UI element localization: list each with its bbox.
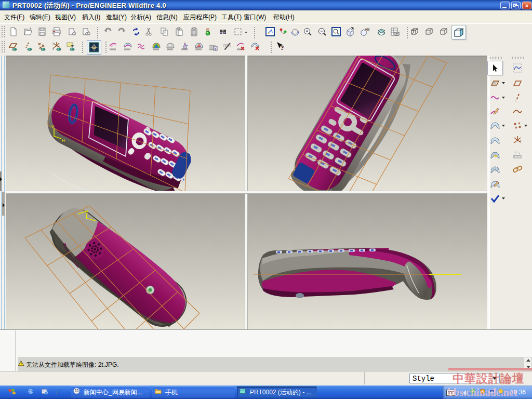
svg-text:V: V (51, 124, 55, 129)
svg-text:?: ? (281, 44, 284, 51)
svg-text:AB: AB (365, 28, 370, 31)
svg-text:H: H (62, 138, 65, 143)
svg-text:z: z (52, 47, 54, 50)
svg-text:y: y (52, 42, 54, 45)
